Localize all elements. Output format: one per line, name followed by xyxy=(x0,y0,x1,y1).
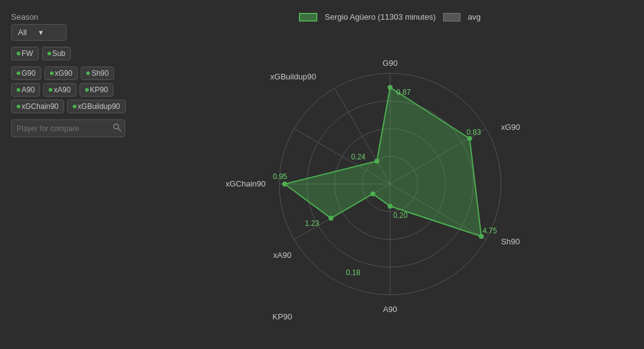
season-label: Season xyxy=(11,12,137,22)
radar-chart-wrapper: G90 xG90 Sh90 A90 xA90 KP90 xGChain90 xG… xyxy=(142,25,638,343)
tag-label: xGBuildup90 xyxy=(78,102,120,111)
tag-dot xyxy=(17,52,20,55)
tag-xgbuildup90[interactable]: xGBuildup90 xyxy=(67,100,126,113)
dot-xa90 xyxy=(370,191,375,196)
tag-dot xyxy=(85,88,89,92)
tag-sh90[interactable]: Sh90 xyxy=(81,66,114,80)
value-xgchain90: 0.95 xyxy=(272,172,287,181)
axis-label-xg90: xG90 xyxy=(501,122,520,132)
legend-avg-color xyxy=(443,13,460,22)
tag-dot xyxy=(17,71,20,75)
season-value: All xyxy=(18,28,39,37)
tag-dot xyxy=(73,105,76,108)
axis-label-a90: A90 xyxy=(383,305,397,314)
chevron-down-icon: ▾ xyxy=(39,28,60,37)
axis-label-xgchain90: xGChain90 xyxy=(225,179,265,188)
tag-xa90[interactable]: xA90 xyxy=(43,83,76,97)
tag-label: G90 xyxy=(22,69,36,78)
tag-fw[interactable]: FW xyxy=(11,47,39,60)
radar-svg: G90 xG90 Sh90 A90 xA90 KP90 xGChain90 xG… xyxy=(174,36,606,332)
tag-label: xGChain90 xyxy=(22,102,59,111)
tag-xgchain90[interactable]: xGChain90 xyxy=(11,100,64,113)
tag-xg90[interactable]: xG90 xyxy=(44,66,78,80)
tag-dot xyxy=(50,71,54,75)
tag-dot xyxy=(17,105,20,108)
value-sh90: 4.75 xyxy=(483,227,497,235)
tag-a90[interactable]: A90 xyxy=(11,83,40,97)
dot-xgbuildup90 xyxy=(374,158,379,163)
tag-dot xyxy=(49,88,52,92)
search-icon xyxy=(113,123,121,134)
season-section: Season All ▾ xyxy=(11,12,137,41)
season-dropdown[interactable]: All ▾ xyxy=(11,24,67,41)
axis-label-sh90: Sh90 xyxy=(501,237,520,246)
tag-sub[interactable]: Sub xyxy=(42,47,71,60)
tag-label: KP90 xyxy=(90,86,108,94)
value-g90: 0.87 xyxy=(396,88,411,97)
legend-player-color xyxy=(299,13,317,22)
tag-label: Sh90 xyxy=(91,69,108,78)
value-xa90: 0.18 xyxy=(346,268,361,277)
value-kp90: 1.23 xyxy=(304,219,319,228)
legend-player-label: Sergio Agüero (11303 minutes) xyxy=(325,12,436,22)
tag-label: A90 xyxy=(22,86,35,94)
tag-kp90[interactable]: KP90 xyxy=(79,83,113,97)
axis-label-g90: G90 xyxy=(382,58,397,68)
metric-tags-row: G90 xG90 Sh90 A90 xA90 KP90 xGChain90 xG… xyxy=(11,66,137,113)
chart-area: Sergio Agüero (11303 minutes) avg xyxy=(142,6,638,343)
sidebar: Season All ▾ FW Sub G90 xG90 Sh90 A90 xA… xyxy=(6,6,142,343)
search-input[interactable] xyxy=(17,124,109,133)
value-xg90: 0.83 xyxy=(467,128,481,137)
axis-label-kp90: KP90 xyxy=(272,312,292,321)
tag-label: Sub xyxy=(52,49,65,58)
tag-label: xG90 xyxy=(55,69,73,78)
legend-avg-label: avg xyxy=(468,12,481,22)
dot-xg90 xyxy=(467,136,472,141)
svg-line-1 xyxy=(118,129,121,132)
legend: Sergio Agüero (11303 minutes) avg xyxy=(299,6,481,25)
radar-polygon xyxy=(285,87,481,236)
tag-dot xyxy=(47,52,51,55)
dot-a90 xyxy=(388,204,393,209)
tag-label: FW xyxy=(22,49,33,58)
axis-label-xgbuildup90: xGBuildup90 xyxy=(270,72,316,81)
position-tags-row: FW Sub xyxy=(11,47,137,60)
dot-kp90 xyxy=(328,215,333,220)
player-compare-search[interactable] xyxy=(11,119,125,137)
value-a90: 0.20 xyxy=(393,211,408,220)
tag-dot xyxy=(86,71,90,75)
dot-xgchain90 xyxy=(282,182,287,187)
dot-g90 xyxy=(388,85,393,90)
tag-g90[interactable]: G90 xyxy=(11,66,41,80)
value-xgbuildup90: 0.24 xyxy=(351,153,365,161)
axis-label-xa90: xA90 xyxy=(273,251,291,260)
tag-label: xA90 xyxy=(54,86,70,94)
tag-dot xyxy=(17,88,20,92)
